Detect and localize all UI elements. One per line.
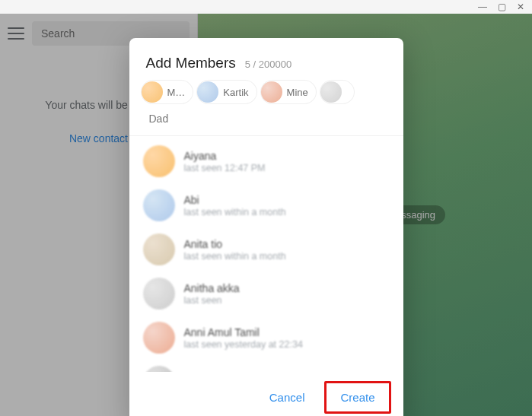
highlight-annotation: Create <box>324 381 390 414</box>
chip-label: Kartik <box>223 87 248 98</box>
modal-title: Add Members <box>146 55 236 71</box>
contact-row[interactable]: Aiyana last seen 12:47 PM <box>129 139 403 183</box>
contact-status: last seen 12:47 PM <box>184 163 266 173</box>
chip-label: M… <box>167 87 186 98</box>
member-search-input[interactable] <box>142 108 285 129</box>
contact-row[interactable]: Abi last seen within a month <box>129 183 403 227</box>
avatar-icon <box>142 81 163 103</box>
contact-name: Abi <box>184 194 286 206</box>
cancel-button[interactable]: Cancel <box>257 381 317 414</box>
avatar-icon <box>143 145 175 177</box>
member-count: 5 / 200000 <box>245 59 291 70</box>
add-members-modal: Add Members 5 / 200000 M… Kartik Mine <box>129 38 403 416</box>
contacts-list[interactable]: Aiyana last seen 12:47 PM Abi last seen … <box>129 136 403 372</box>
member-chip[interactable] <box>320 81 354 103</box>
avatar-icon <box>143 233 175 265</box>
chip-label: Mine <box>287 87 308 98</box>
window-close-button[interactable]: ✕ <box>517 2 524 12</box>
window-titlebar: — ▢ ✕ <box>0 0 532 14</box>
contact-name: Aiyana <box>184 150 266 162</box>
avatar-icon <box>143 322 175 354</box>
window-maximize-button[interactable]: ▢ <box>498 2 506 12</box>
contact-row[interactable]: Anitha akka last seen <box>129 272 403 316</box>
avatar-icon <box>143 366 175 372</box>
avatar-icon <box>197 81 218 103</box>
contact-name: Anni Amul Tamil <box>184 326 303 338</box>
contact-name: Anitha akka <box>184 282 240 294</box>
contact-status: last seen <box>184 295 240 306</box>
member-chip[interactable]: Mine <box>261 81 316 103</box>
avatar-icon <box>320 81 342 103</box>
contact-row[interactable]: Anni Amul Tamil last seen yesterday at 2… <box>129 316 403 360</box>
contact-status: last seen yesterday at 22:34 <box>184 339 303 350</box>
avatar-icon <box>143 189 175 221</box>
avatar-icon <box>143 278 175 310</box>
avatar-icon <box>261 81 282 103</box>
contact-row[interactable]: Anita tio last seen within a month <box>129 227 403 272</box>
member-chip[interactable]: M… <box>142 81 193 103</box>
create-button[interactable]: Create <box>328 385 387 410</box>
window-minimize-button[interactable]: — <box>478 2 487 12</box>
contact-name: Anita tio <box>184 238 286 250</box>
contact-status: last seen within a month <box>184 207 286 218</box>
contact-status: last seen within a month <box>184 251 286 262</box>
selected-chips-area[interactable]: M… Kartik Mine <box>129 78 403 136</box>
member-chip[interactable]: Kartik <box>197 81 256 103</box>
contact-row[interactable]: Annie <box>129 360 403 372</box>
